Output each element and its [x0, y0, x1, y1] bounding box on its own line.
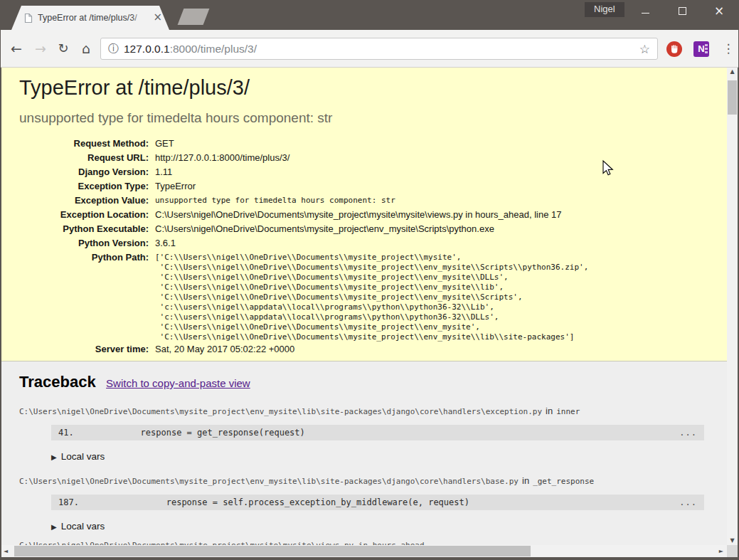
- traceback-heading: Traceback: [19, 373, 96, 391]
- minimize-button[interactable]: [627, 0, 663, 22]
- close-window-icon: ×: [714, 5, 724, 17]
- source-code-line[interactable]: 41. response = get_response(request)...: [51, 425, 704, 440]
- active-tab[interactable]: TypeError at /time/plus/3/ ×: [11, 6, 169, 30]
- source-code-line[interactable]: 187. response = self.process_exception_b…: [51, 495, 704, 510]
- title-bar[interactable]: TypeError at /time/plus/3/ × Nigel ×: [0, 0, 739, 30]
- traceback-frame: C:\Users\nigel\OneDrive\Documents\mysite…: [19, 406, 727, 462]
- function-name: _get_response: [533, 477, 594, 486]
- new-tab-button[interactable]: [178, 9, 210, 25]
- hand-icon: [669, 44, 679, 54]
- adblock-extension-icon[interactable]: [666, 41, 682, 57]
- onenote-letter: N: [698, 43, 704, 54]
- vertical-scrollbar[interactable]: ▲ ▼: [727, 68, 738, 545]
- reload-button[interactable]: ↻: [53, 30, 73, 67]
- url-host: 127.0.0.1: [124, 43, 170, 55]
- page-info-icon[interactable]: ⓘ: [108, 38, 119, 59]
- in-word: in: [546, 406, 553, 416]
- local-vars-label: Local vars: [61, 521, 105, 532]
- meta-value: GET: [155, 137, 727, 151]
- forward-button-disabled: →: [31, 30, 50, 67]
- notebook-rings: [705, 44, 708, 54]
- home-button[interactable]: ⌂: [76, 30, 96, 67]
- function-name: inner: [556, 407, 580, 416]
- expand-arrow-icon: ▶: [51, 523, 57, 531]
- traceback-section: Traceback Switch to copy-and-paste view …: [1, 361, 727, 545]
- scroll-left-arrow-icon[interactable]: ◄: [4, 545, 8, 557]
- file-path: C:\Users\nigel\OneDrive\Documents\mysite…: [19, 407, 542, 416]
- meta-label: Python Path:: [19, 250, 149, 342]
- meta-label: Exception Value:: [19, 194, 149, 208]
- browser-menu-icon[interactable]: ⋮: [721, 30, 736, 67]
- error-subtitle: unsupported type for timedelta hours com…: [19, 100, 727, 126]
- local-vars-toggle[interactable]: ▶Local vars: [51, 451, 727, 462]
- profile-name-chip[interactable]: Nigel: [585, 2, 624, 17]
- maximize-icon: [679, 7, 686, 15]
- error-summary-section: TypeError at /time/plus/3/ unsupported t…: [1, 68, 727, 361]
- scroll-down-arrow-icon[interactable]: ▼: [727, 537, 738, 544]
- file-path: C:\Users\nigel\OneDrive\Documents\mysite…: [19, 477, 519, 486]
- vertical-scrollbar-thumb[interactable]: [728, 80, 737, 115]
- frame-file-path: C:\Users\nigel\OneDrive\Documents\mysite…: [19, 406, 727, 416]
- code-text: 41. response = get_response(request): [58, 428, 305, 438]
- url-path: :8000/time/plus/3/: [170, 43, 257, 55]
- mouse-cursor: [600, 159, 617, 176]
- meta-label: Exception Location:: [19, 208, 149, 222]
- scroll-right-arrow-icon[interactable]: ►: [719, 545, 723, 557]
- meta-label: Django Version:: [19, 165, 149, 179]
- url-text[interactable]: 127.0.0.1:8000/time/plus/3/: [124, 38, 257, 59]
- request-meta-table: Request Method: GET Request URL: http://…: [19, 137, 727, 356]
- tab-close-icon[interactable]: ×: [153, 6, 162, 30]
- meta-label: Python Executable:: [19, 222, 149, 236]
- horizontal-scrollbar[interactable]: ◄ ►: [1, 545, 727, 557]
- address-bar[interactable]: ⓘ 127.0.0.1:8000/time/plus/3/ ☆: [100, 38, 658, 60]
- error-title: TypeError at /time/plus/3/: [19, 68, 727, 100]
- expand-arrow-icon: ▶: [51, 453, 57, 461]
- meta-value: Sat, 20 May 2017 05:02:22 +0000: [155, 342, 727, 356]
- meta-label: Request Method:: [19, 137, 149, 151]
- meta-label: Request URL:: [19, 151, 149, 165]
- meta-value: C:\Users\nigel\OneDrive\Documents\mysite…: [155, 222, 727, 236]
- local-vars-toggle[interactable]: ▶Local vars: [51, 521, 727, 532]
- tab-title-fade: [131, 7, 151, 30]
- traceback-frame: C:\Users\nigel\OneDrive\Documents\mysite…: [19, 475, 727, 532]
- python-path-value: ['C:\\Users\\nigel\\OneDrive\\Documents\…: [155, 250, 727, 342]
- meta-value: C:\Users\nigel\OneDrive\Documents\mysite…: [155, 208, 727, 222]
- blank-page-favicon-icon: [24, 13, 33, 23]
- meta-value: http://127.0.0.1:8000/time/plus/3/: [155, 151, 727, 165]
- browser-window: TypeError at /time/plus/3/ × Nigel × ← →…: [0, 0, 739, 560]
- scrollbar-corner: [727, 545, 738, 557]
- meta-label: Exception Type:: [19, 179, 149, 194]
- traceback-header: Traceback Switch to copy-and-paste view: [19, 361, 727, 391]
- back-button[interactable]: ←: [6, 30, 26, 67]
- minimize-icon: [642, 13, 649, 14]
- browser-toolbar: ← → ↻ ⌂ ⓘ 127.0.0.1:8000/time/plus/3/ ☆ …: [1, 30, 738, 68]
- meta-value: TypeError: [155, 179, 727, 194]
- meta-label: Server time:: [19, 342, 149, 356]
- switch-view-link[interactable]: Switch to copy-and-paste view: [106, 377, 250, 389]
- code-text: 187. response = self.process_exception_b…: [58, 497, 469, 507]
- meta-label: Python Version:: [19, 236, 149, 250]
- in-word: in: [522, 475, 529, 486]
- meta-value: unsupported type for timedelta hours com…: [155, 194, 727, 208]
- meta-value: 3.6.1: [155, 236, 727, 250]
- onenote-extension-icon[interactable]: N: [693, 41, 709, 57]
- maximize-button[interactable]: [664, 0, 700, 22]
- frame-file-path: C:\Users\nigel\OneDrive\Documents\mysite…: [19, 475, 727, 486]
- page-content: TypeError at /time/plus/3/ unsupported t…: [1, 68, 727, 545]
- expand-context-ellipsis[interactable]: ...: [679, 497, 697, 507]
- bookmark-star-icon[interactable]: ☆: [639, 38, 650, 59]
- expand-context-ellipsis[interactable]: ...: [679, 428, 697, 438]
- scroll-up-arrow-icon[interactable]: ▲: [727, 68, 738, 75]
- meta-value: 1.11: [155, 165, 727, 179]
- horizontal-scrollbar-thumb[interactable]: [14, 546, 531, 556]
- local-vars-label: Local vars: [61, 451, 105, 462]
- close-window-button[interactable]: ×: [701, 0, 737, 22]
